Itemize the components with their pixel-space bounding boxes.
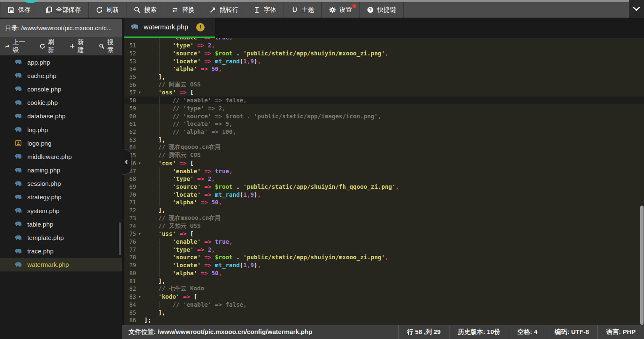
line-number[interactable]: 56 xyxy=(124,81,137,88)
file-item-system.php[interactable]: system.php xyxy=(0,204,122,217)
file-item-template.php[interactable]: template.php xyxy=(0,231,122,244)
code-line[interactable]: 73 // 现在mxooo.cn在用 xyxy=(124,214,644,222)
code-line[interactable]: 62 // 'alpha' => 100, xyxy=(124,128,644,136)
line-number[interactable]: 69 xyxy=(124,183,137,190)
code-line[interactable]: 'enable' => true, xyxy=(124,38,644,42)
sidebar-action-uplevel[interactable]: 上一级 xyxy=(4,38,29,54)
fold-icon[interactable]: ▾ xyxy=(137,161,142,165)
line-number[interactable]: 86 xyxy=(124,317,137,323)
code-line[interactable]: 65 // 腾讯云 COS xyxy=(124,151,644,159)
code-editor[interactable]: 'enable' => true,51 'type' => 2,52 'sour… xyxy=(122,38,644,325)
line-number[interactable]: 78 xyxy=(124,254,137,261)
toolbar-button-search[interactable]: 搜索 xyxy=(126,2,164,18)
file-item-naming.php[interactable]: naming.php xyxy=(0,164,122,177)
code-line[interactable]: 83▾ 'kodo' => [ xyxy=(124,293,644,301)
toolbar-button-gotoline[interactable]: 跳转行 xyxy=(202,2,246,18)
line-number[interactable]: 73 xyxy=(124,215,137,222)
toolbar-button-settings[interactable]: 设置 xyxy=(322,2,360,18)
code-line[interactable]: 64 // 现在qqooo.cn在用 xyxy=(124,143,644,151)
line-number[interactable]: 54 xyxy=(124,65,137,72)
code-line[interactable]: 79 'locate' => mt_rand(1,9), xyxy=(124,261,644,269)
editor-scrollbar[interactable] xyxy=(640,206,644,325)
line-number[interactable]: 71 xyxy=(124,199,137,206)
code-line[interactable]: 58 // 'enable' => false, xyxy=(124,96,644,104)
tab-watermark-php[interactable]: watermark.php ! xyxy=(124,18,215,38)
line-number[interactable]: 72 xyxy=(124,207,137,214)
code-line[interactable]: 68 'type' => 2, xyxy=(124,175,644,183)
code-line[interactable]: 82 // 七牛云 Kodo xyxy=(124,285,644,293)
toolbar-collapse-button[interactable] xyxy=(629,0,644,18)
line-number[interactable]: 79 xyxy=(124,262,137,269)
line-number[interactable]: 60 xyxy=(124,113,137,120)
file-item-cookie.php[interactable]: cookie.php xyxy=(0,96,122,110)
code-line[interactable]: 66▾ 'cos' => [ xyxy=(124,159,644,167)
fold-icon[interactable]: ▾ xyxy=(137,90,142,94)
file-item-watermark.php[interactable]: watermark.php xyxy=(0,258,122,271)
code-line[interactable]: 74 // 又拍云 USS xyxy=(124,222,644,230)
code-line[interactable]: 51 'type' => 2, xyxy=(124,42,644,50)
code-line[interactable]: 59 // 'type' => 2, xyxy=(124,104,644,112)
status-item-3[interactable]: 编码: UTF-8 xyxy=(546,325,597,339)
fold-icon[interactable]: ▾ xyxy=(137,295,142,299)
toolbar-button-refresh[interactable]: 刷新 xyxy=(89,2,126,18)
sidebar-scrollbar[interactable] xyxy=(119,222,121,255)
line-number[interactable]: 62 xyxy=(124,128,137,135)
status-item-4[interactable]: 语言: PHP xyxy=(597,325,644,339)
line-number[interactable]: 74 xyxy=(124,223,137,229)
code-line[interactable]: 63 ], xyxy=(124,136,644,143)
status-item-2[interactable]: 空格: 4 xyxy=(509,325,546,339)
file-item-trace.php[interactable]: trace.php xyxy=(0,245,122,258)
file-item-middleware.php[interactable]: middleware.php xyxy=(0,150,122,163)
line-number[interactable]: 77 xyxy=(124,246,137,253)
line-number[interactable]: 75 xyxy=(124,230,137,237)
code-line[interactable]: 54 'alpha' => 50, xyxy=(124,65,644,73)
code-line[interactable]: 84 // 'enable' => false, xyxy=(124,300,644,308)
line-number[interactable]: 85 xyxy=(124,309,137,316)
toolbar-button-font[interactable]: 字体 xyxy=(246,2,284,18)
file-item-cache.php[interactable]: cache.php xyxy=(0,69,122,82)
toolbar-button-hotkeys[interactable]: ?快捷键 xyxy=(360,2,404,18)
line-number[interactable]: 82 xyxy=(124,285,137,292)
line-number[interactable]: 53 xyxy=(124,58,137,65)
code-line[interactable]: 53 'locate' => mt_rand(1,9), xyxy=(124,57,644,65)
sidebar-collapse-handle[interactable] xyxy=(122,149,131,175)
code-line[interactable]: 80 'alpha' => 50, xyxy=(124,269,644,277)
line-number[interactable]: 61 xyxy=(124,120,137,127)
line-number[interactable]: 70 xyxy=(124,191,137,198)
code-line[interactable]: 71 'alpha' => 50, xyxy=(124,198,644,206)
code-line[interactable]: 55 ], xyxy=(124,73,644,81)
line-number[interactable]: 80 xyxy=(124,270,137,276)
line-number[interactable]: 52 xyxy=(124,50,137,57)
code-line[interactable]: 70 'locate' => mt_rand(1,9), xyxy=(124,190,644,198)
line-number[interactable]: 68 xyxy=(124,175,137,182)
fold-icon[interactable]: ▾ xyxy=(137,232,142,236)
code-line[interactable]: 78 'source' => $root . 'public/static/ap… xyxy=(124,253,644,261)
code-line[interactable]: 76 'enable' => true, xyxy=(124,238,644,246)
file-item-logo.png[interactable]: logo.png xyxy=(0,136,122,150)
file-item-database.php[interactable]: database.php xyxy=(0,110,122,123)
code-line[interactable]: 75▾ 'uss' => [ xyxy=(124,230,644,238)
line-number[interactable]: 59 xyxy=(124,105,137,112)
file-item-table.php[interactable]: table.php xyxy=(0,217,122,231)
line-number[interactable]: 58 xyxy=(124,97,137,104)
code-line[interactable]: 67 'enable' => true, xyxy=(124,167,644,175)
code-line[interactable]: 72 ], xyxy=(124,206,644,214)
code-line[interactable]: 56 // 阿里云 OSS xyxy=(124,81,644,89)
line-number[interactable]: 83 xyxy=(124,293,137,300)
line-number[interactable]: 81 xyxy=(124,278,137,284)
code-line[interactable]: 81 ], xyxy=(124,277,644,285)
file-item-console.php[interactable]: console.php xyxy=(0,82,122,96)
file-item-log.php[interactable]: log.php xyxy=(0,123,122,136)
sidebar-action-plus[interactable]: 新建 xyxy=(69,38,88,54)
code-line[interactable]: 69 'source' => $root . 'public/static/ap… xyxy=(124,183,644,191)
file-item-app.php[interactable]: app.php xyxy=(0,55,122,69)
status-item-1[interactable]: 历史版本: 10份 xyxy=(449,325,509,339)
line-number[interactable]: 57 xyxy=(124,89,137,96)
code-line[interactable]: 60 // 'source' => $root . 'public/static… xyxy=(124,112,644,120)
line-number[interactable]: 63 xyxy=(124,136,137,143)
line-number[interactable]: 55 xyxy=(124,73,137,80)
code-line[interactable]: 57▾ 'oss' => [ xyxy=(124,89,644,96)
code-line[interactable]: 77 'type' => 2, xyxy=(124,245,644,253)
toolbar-button-saveall[interactable]: 全部保存 xyxy=(38,2,89,18)
line-number[interactable]: 84 xyxy=(124,301,137,308)
